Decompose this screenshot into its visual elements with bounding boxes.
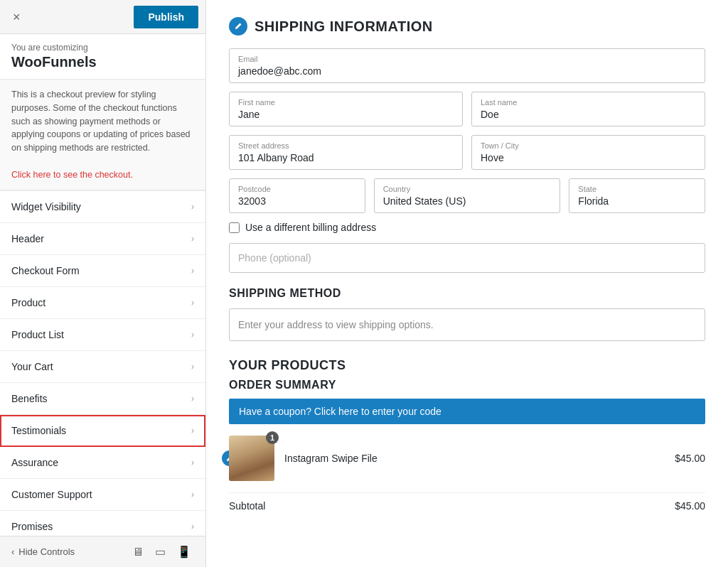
postcode-value: 32003 xyxy=(238,195,356,207)
hide-controls-button[interactable]: ‹ Hide Controls xyxy=(11,546,75,557)
email-label: Email xyxy=(238,55,696,63)
sidebar-item-checkout-form[interactable]: Checkout Form› xyxy=(0,255,205,287)
country-field[interactable]: Country United States (US) xyxy=(374,178,561,213)
town-field[interactable]: Town / City Hove xyxy=(471,135,705,170)
arrow-left-icon: ‹ xyxy=(11,546,14,557)
country-label: Country xyxy=(383,185,552,193)
sidebar-item-product[interactable]: Product› xyxy=(0,287,205,319)
state-label: State xyxy=(578,185,696,193)
sidebar-item-customer-support[interactable]: Customer Support› xyxy=(0,479,205,511)
last-name-label: Last name xyxy=(481,98,696,107)
customizing-label: You are customizing xyxy=(0,34,205,54)
checkout-link[interactable]: Click here to see the checkout. xyxy=(11,170,133,180)
chevron-right-icon: › xyxy=(191,362,194,372)
street-field[interactable]: Street address 101 Albany Road xyxy=(229,135,463,170)
product-thumbnail-wrap: 1 xyxy=(229,436,274,481)
state-field[interactable]: State Florida xyxy=(569,178,705,213)
state-value: Florida xyxy=(578,195,696,207)
product-name: Instagram Swipe File xyxy=(284,453,665,464)
nav-item-label: Benefits xyxy=(11,393,48,404)
chevron-right-icon: › xyxy=(191,298,194,308)
billing-checkbox[interactable] xyxy=(229,222,240,233)
info-box: This is a checkout preview for styling p… xyxy=(0,79,205,190)
product-info: Instagram Swipe File xyxy=(284,453,665,464)
right-panel: SHIPPING INFORMATION Email janedoe@abc.c… xyxy=(206,0,728,567)
left-panel: × Publish You are customizing WooFunnels… xyxy=(0,0,206,567)
subtotal-value: $45.00 xyxy=(675,500,705,512)
nav-item-label: Product xyxy=(11,297,46,308)
nav-list: Widget Visibility›Header›Checkout Form›P… xyxy=(0,190,205,536)
shipping-info-title: SHIPPING INFORMATION xyxy=(255,18,433,35)
town-label: Town / City xyxy=(481,141,696,150)
phone-placeholder: Phone (optional) xyxy=(238,252,311,264)
sidebar-item-testimonials[interactable]: Testimonials› xyxy=(0,415,205,447)
sidebar-item-assurance[interactable]: Assurance› xyxy=(0,447,205,479)
chevron-right-icon: › xyxy=(191,330,194,340)
sidebar-item-product-list[interactable]: Product List› xyxy=(0,319,205,351)
nav-item-label: Testimonials xyxy=(11,425,66,436)
tablet-icon[interactable]: ▭ xyxy=(152,544,168,560)
sidebar-item-widget-visibility[interactable]: Widget Visibility› xyxy=(0,191,205,223)
device-icons: 🖥 ▭ 📱 xyxy=(129,544,194,560)
mobile-icon[interactable]: 📱 xyxy=(174,544,194,560)
close-button[interactable]: × xyxy=(7,8,26,26)
first-name-field[interactable]: First name Jane xyxy=(229,92,463,126)
order-summary-title: ORDER SUMMARY xyxy=(229,379,705,392)
name-row: First name Jane Last name Doe xyxy=(229,92,705,126)
postcode-field[interactable]: Postcode 32003 xyxy=(229,178,365,213)
first-name-label: First name xyxy=(238,98,454,107)
your-products-title: YOUR PRODUCTS xyxy=(229,358,705,373)
nav-item-label: Checkout Form xyxy=(11,265,80,276)
subtotal-label: Subtotal xyxy=(229,500,265,512)
chevron-right-icon: › xyxy=(191,458,194,468)
nav-item-label: Your Cart xyxy=(11,361,53,372)
nav-item-label: Header xyxy=(11,233,44,244)
chevron-right-icon: › xyxy=(191,522,194,531)
country-value: United States (US) xyxy=(383,195,552,207)
street-label: Street address xyxy=(238,141,454,150)
app-title: WooFunnels xyxy=(0,54,205,79)
email-value: janedoe@abc.com xyxy=(238,65,696,77)
hide-controls-label: Hide Controls xyxy=(18,546,75,557)
nav-item-label: Assurance xyxy=(11,457,58,468)
nav-item-label: Customer Support xyxy=(11,489,92,500)
sidebar-item-benefits[interactable]: Benefits› xyxy=(0,383,205,415)
email-field[interactable]: Email janedoe@abc.com xyxy=(229,48,705,83)
billing-checkbox-label: Use a different billing address xyxy=(245,222,376,233)
product-row: 1 Instagram Swipe File $45.00 xyxy=(229,436,705,481)
shipping-method-title: SHIPPING METHOD xyxy=(229,287,705,300)
nav-item-label: Product List xyxy=(11,329,64,340)
info-text: This is a checkout preview for styling p… xyxy=(11,90,191,153)
billing-checkbox-row[interactable]: Use a different billing address xyxy=(229,222,705,233)
street-value: 101 Albany Road xyxy=(238,152,454,163)
shipping-info-edit-icon[interactable] xyxy=(229,17,247,36)
bottom-bar: ‹ Hide Controls 🖥 ▭ 📱 xyxy=(0,536,205,567)
sidebar-item-header[interactable]: Header› xyxy=(0,223,205,255)
chevron-right-icon: › xyxy=(191,234,194,244)
chevron-right-icon: › xyxy=(191,394,194,404)
postcode-label: Postcode xyxy=(238,185,356,193)
top-bar: × Publish xyxy=(0,0,205,34)
nav-item-label: Widget Visibility xyxy=(11,201,81,212)
product-quantity-badge: 1 xyxy=(266,431,279,444)
phone-field[interactable]: Phone (optional) xyxy=(229,243,705,273)
address-row: Street address 101 Albany Road Town / Ci… xyxy=(229,135,705,170)
chevron-right-icon: › xyxy=(191,202,194,212)
last-name-field[interactable]: Last name Doe xyxy=(471,92,705,126)
product-price: $45.00 xyxy=(675,453,705,464)
first-name-value: Jane xyxy=(238,109,454,120)
publish-button[interactable]: Publish xyxy=(134,6,198,28)
chevron-right-icon: › xyxy=(191,266,194,276)
subtotal-row: Subtotal $45.00 xyxy=(229,492,705,519)
coupon-bar[interactable]: Have a coupon? Click here to enter your … xyxy=(229,399,705,424)
sidebar-item-promises[interactable]: Promises› xyxy=(0,511,205,536)
nav-item-label: Promises xyxy=(11,521,53,532)
chevron-right-icon: › xyxy=(191,426,194,436)
desktop-icon[interactable]: 🖥 xyxy=(129,544,146,560)
shipping-info-section-title: SHIPPING INFORMATION xyxy=(229,17,705,36)
chevron-right-icon: › xyxy=(191,490,194,500)
last-name-value: Doe xyxy=(481,109,696,120)
sidebar-item-your-cart[interactable]: Your Cart› xyxy=(0,351,205,383)
town-value: Hove xyxy=(481,152,696,163)
location-row: Postcode 32003 Country United States (US… xyxy=(229,178,705,213)
